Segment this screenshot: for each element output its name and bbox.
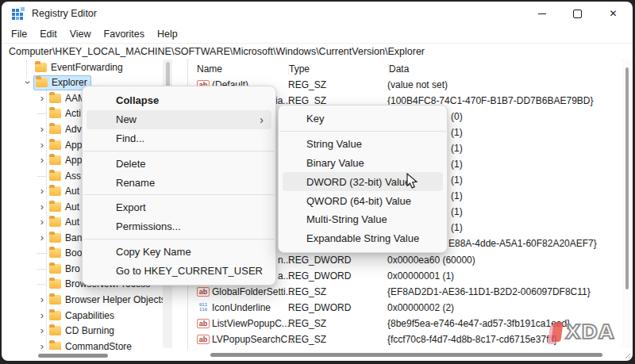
menu-item-find[interactable]: Find... [87,129,271,148]
context-menu: Collapse New › Find... Delete Rename Exp… [82,86,276,285]
resize-grip[interactable] [623,351,630,358]
menu-item-permissions[interactable]: Permissions... [87,217,271,236]
reg-sz-icon: ab [197,287,210,297]
value-name: LVPopupSearchC... [212,334,295,345]
chevron-right-icon[interactable]: › [35,124,49,135]
folder-icon [49,264,61,274]
chevron-right-icon[interactable]: › [35,201,49,213]
tree-item-label: Aut [65,201,79,213]
submenu-item-expandable-string-value[interactable]: Expandable String Value [283,229,443,248]
folder-icon [49,295,61,305]
menu-item-copy-key-name[interactable]: Copy Key Name [87,243,271,262]
tree-item-label: Browser Helper Objects [65,294,166,305]
folder-icon [49,94,61,103]
tree-item-eventforwarding[interactable]: EventForwarding [2,59,187,75]
folder-icon [49,248,61,258]
value-name: GlobalFolderSetti... [212,286,294,297]
maximize-button[interactable] [560,2,595,25]
menu-favorites[interactable]: Favorites [98,29,151,40]
tree-item[interactable]: › Browser Helper Objects [2,292,187,308]
new-submenu: Key String Value Binary Value DWORD (32-… [278,105,448,253]
value-type: REG_DWORD [288,270,387,282]
tree-guide-line [46,90,47,349]
column-header-type[interactable]: Type [289,63,389,75]
window-controls: ✕ [524,2,631,25]
column-header-name[interactable]: Name [197,63,289,75]
value-data: 0x00000001 (1) [387,270,622,282]
value-type: REG_SZ [288,334,387,345]
folder-icon [49,233,61,243]
folder-icon [35,63,47,72]
chevron-down-icon[interactable]: › [22,75,33,90]
tree-item-label: CD Burning [65,325,114,336]
value-type: REG_SZ [288,286,387,297]
menu-help[interactable]: Help [151,29,184,40]
folder-icon [49,125,61,134]
tree-item[interactable]: › Capabilities [2,308,187,324]
submenu-item-key[interactable]: Key [283,109,443,128]
value-type: REG_SZ [288,79,387,90]
tree-item-label: Explorer [52,77,87,88]
registry-path[interactable]: Computer\HKEY_LOCAL_MACHINE\SOFTWARE\Mic… [9,46,425,57]
address-bar[interactable]: Computer\HKEY_LOCAL_MACHINE\SOFTWARE\Mic… [2,43,633,60]
value-type: REG_SZ [288,318,387,329]
value-row[interactable]: 011110IconUnderline REG_DWORD 0x00000002… [189,300,622,316]
menu-item-delete[interactable]: Delete [87,154,271,173]
tree-item-label: Adv [65,124,82,135]
submenu-item-multi-string-value[interactable]: Multi-String Value [283,210,443,229]
value-data: (1) [451,222,463,233]
value-data: {EF8AD2D1-AE36-11D1-B2D2-006097DF8C11} [387,286,622,297]
close-button[interactable]: ✕ [595,2,631,25]
chevron-right-icon[interactable]: › [35,93,49,104]
chevron-right-icon[interactable]: › [35,186,49,197]
xda-logo-icon [551,322,564,342]
registry-editor-window: Registry Editor ✕ File Edit View Favorit… [2,2,633,361]
menu-item-goto-hkcu[interactable]: Go to HKEY_CURRENT_USER [87,261,271,280]
xda-watermark-text: XDA [565,320,614,343]
menu-file[interactable]: File [5,29,33,40]
minimize-icon [538,13,546,14]
tree-item-label: Bro [65,263,80,274]
chevron-right-icon[interactable]: › [35,155,49,166]
value-data: E88A-4dde-A5A1-60F82A20AEF7} [448,238,597,249]
submenu-item-dword-value[interactable]: DWORD (32-bit) Value [283,172,443,191]
submenu-item-qword-value[interactable]: QWORD (64-bit) Value [283,191,443,210]
tree-item-label: App [65,155,82,166]
reg-dword-icon: 011110 [197,302,210,312]
menu-item-export[interactable]: Export [87,198,271,217]
menu-item-new[interactable]: New › [87,110,271,129]
title-bar: Registry Editor ✕ [2,2,633,25]
folder-icon [49,326,61,335]
menu-item-label: New [116,113,137,125]
list-horizontal-scrollbar-thumb[interactable] [210,353,602,357]
tree-item[interactable]: › CommandStore [2,339,187,350]
chevron-right-icon[interactable]: › [35,341,49,350]
menu-view[interactable]: View [64,29,98,40]
value-data: (1) [451,159,463,170]
value-name: a... [278,270,291,282]
folder-icon [36,78,48,87]
column-header-data[interactable]: Data [389,63,622,75]
value-row[interactable]: abGlobalFolderSetti... REG_SZ {EF8AD2D1-… [189,284,622,300]
chevron-right-icon[interactable]: › [35,140,49,151]
menu-item-rename[interactable]: Rename [87,173,271,192]
menu-edit[interactable]: Edit [33,29,64,40]
window-title: Registry Editor [32,8,97,19]
chevron-right-icon[interactable]: › [35,216,49,228]
value-data: (1) [451,143,463,154]
chevron-right-icon[interactable]: › [35,232,49,243]
folder-icon [49,342,61,350]
menu-item-collapse[interactable]: Collapse [87,91,271,110]
tree-item[interactable]: › CD Burning [2,323,187,339]
list-vertical-scrollbar-thumb[interactable] [625,67,629,289]
submenu-item-string-value[interactable]: String Value [283,135,443,154]
submenu-item-binary-value[interactable]: Binary Value [283,154,443,173]
chevron-right-icon[interactable]: › [35,310,49,321]
chevron-right-icon[interactable]: › [35,294,49,305]
tree-horizontal-scrollbar-thumb[interactable] [38,354,108,358]
tree-item-label: CommandStore [65,341,132,350]
minimize-button[interactable] [524,2,560,25]
chevron-right-icon[interactable]: › [35,325,49,336]
value-data: (1) [451,190,463,201]
tree-item-label: Ban [65,232,82,243]
